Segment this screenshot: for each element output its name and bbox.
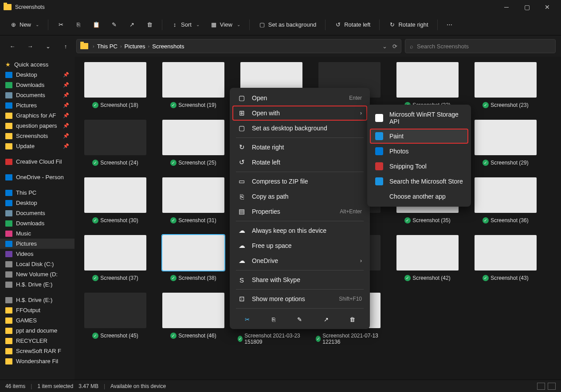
pin-icon: 📌 [63,123,69,129]
context-menu-item[interactable]: ↻Rotate right [232,140,367,155]
sidebar-item[interactable]: Music [0,228,75,239]
maximize-button[interactable]: ▢ [517,0,537,14]
file-item[interactable]: ✓Screenshot (31) [160,177,227,223]
submenu-item[interactable]: Snipping Tool [370,159,468,174]
sidebar-item[interactable]: Downloads📌 [0,80,75,90]
file-item[interactable]: ✓Screenshot (30) [82,177,149,223]
file-item[interactable]: ✓Screenshot (37) [82,235,149,281]
sidebar-item[interactable]: Documents [0,208,75,218]
rotate-right-icon: ↻ [388,21,396,28]
rename-icon[interactable]: ✎ [295,315,304,324]
sidebar-item[interactable]: RECYCLER [0,336,75,346]
file-item[interactable]: ✓Screenshot (43) [472,235,539,281]
sort-button[interactable]: ↕ Sort ⌄ [167,19,204,31]
sidebar-item[interactable]: H.$. Drive (E:) [0,295,75,305]
breadcrumb-screenshots[interactable]: Screenshots [152,43,184,50]
cut-button[interactable]: ✂ [53,19,69,31]
sidebar-item[interactable]: ppt and docume [0,325,75,336]
close-button[interactable]: ✕ [537,0,557,14]
recent-button[interactable]: ⌄ [41,39,55,53]
breadcrumb-thispc[interactable]: This PC [97,43,118,50]
file-item[interactable]: ✓Screenshot (25) [160,120,227,166]
file-item[interactable]: ✓Screenshot (22) [394,62,461,108]
file-item[interactable]: ✓Screenshot (18) [82,62,149,108]
sidebar-item[interactable]: question papers📌 [0,121,75,131]
delete-button[interactable]: 🗑 [141,19,157,31]
sidebar-item[interactable]: H.$. Drive (E:) [0,279,75,290]
sidebar-item[interactable]: Update📌 [0,141,75,151]
sidebar-item[interactable]: Pictures📌 [0,100,75,110]
context-menu-item[interactable]: ▤PropertiesAlt+Enter [232,204,367,219]
sidebar-item[interactable]: Screenshots📌 [0,131,75,141]
sidebar-item[interactable]: ScrewSoft RAR F [0,346,75,356]
file-item[interactable]: ✓Screenshot (19) [160,62,227,108]
context-menu-item[interactable]: ⊞Open with› [232,106,367,121]
context-menu-item[interactable]: ☁OneDrive› [232,253,367,268]
submenu-item[interactable]: Search the Microsoft Store [370,174,468,189]
share-button[interactable]: ↗ [124,19,140,31]
sidebar-item[interactable]: Local Disk (C:) [0,259,75,269]
forward-button[interactable]: → [23,39,37,53]
copy-button[interactable]: ⎘ [71,19,86,31]
sidebar-item[interactable]: GAMES [0,315,75,325]
rename-button[interactable]: ✎ [106,19,122,31]
file-item[interactable]: ✓Screenshot (29) [472,120,539,166]
context-menu-item[interactable]: ☁Always keep on this device [232,223,367,238]
sidebar-item[interactable]: Desktop📌 [0,70,75,80]
sidebar-item[interactable]: Documents📌 [0,90,75,100]
sidebar-item[interactable]: FFOutput [0,305,75,315]
file-item[interactable]: ✓Screenshot (23) [472,62,539,108]
sidebar-item[interactable]: New Volume (D: [0,269,75,279]
rotate-right-button[interactable]: ↻ Rotate right [384,19,432,31]
file-item[interactable]: ✓Screenshot (45) [82,293,149,345]
share-icon: ↗ [128,21,135,28]
context-menu-item[interactable]: ▭Compress to ZIP file [232,174,367,189]
context-menu-item[interactable]: ⊡Show more optionsShift+F10 [232,291,367,306]
sidebar-item[interactable]: OneDrive - Person [0,172,75,182]
context-menu-item[interactable]: ⎘Copy as path [232,189,367,204]
chevron-down-icon[interactable]: ⌄ [382,43,387,50]
file-item[interactable]: ✓Screenshot (46) [160,293,227,345]
more-button[interactable]: ⋯ [442,19,457,31]
refresh-icon[interactable]: ⟳ [392,43,397,50]
context-menu-item[interactable]: ↺Rotate left [232,155,367,170]
new-button[interactable]: ⊕ New ⌄ [5,19,43,31]
breadcrumb[interactable]: › This PC › Pictures › Screenshots ⌄ ⟳ [76,39,401,53]
file-item[interactable]: ✓Screenshot (36) [472,177,539,223]
submenu-item[interactable]: Photos [370,144,468,159]
sidebar-item[interactable]: Downloads [0,218,75,228]
context-menu-item[interactable]: ▢OpenEnter [232,90,367,106]
rotate-left-button[interactable]: ↺ Rotate left [330,19,375,31]
up-button[interactable]: ↑ [59,39,73,53]
back-button[interactable]: ← [5,39,20,53]
context-menu-item[interactable]: ☁Free up space [232,238,367,253]
file-item[interactable]: ✓Screenshot (42) [394,235,461,281]
submenu-item[interactable]: Choose another app [370,189,468,204]
sidebar-item[interactable]: Graphics for AF📌 [0,110,75,121]
file-item[interactable]: ✓Screenshot (24) [82,120,149,166]
sidebar-item[interactable]: Videos [0,249,75,259]
sidebar-item[interactable]: Wondershare Fil [0,356,75,366]
minimize-button[interactable]: ─ [496,0,517,14]
share-icon[interactable]: ↗ [322,315,330,324]
set-background-button[interactable]: ▢ Set as background [254,19,321,31]
sidebar-quick-access[interactable]: ★Quick access [0,59,75,70]
view-button[interactable]: ▦ View ⌄ [206,19,245,31]
paste-button[interactable]: 📋 [88,19,104,31]
trash-icon[interactable]: 🗑 [348,315,357,324]
context-menu-item[interactable]: ▢Set as desktop background [232,121,367,136]
copy-icon[interactable]: ⎘ [269,315,278,324]
submenu-item[interactable]: Paint [370,129,468,144]
submenu-item[interactable]: Microsoft WinRT Storage API [370,107,468,129]
sidebar-item[interactable]: Pictures [0,239,75,249]
sidebar-item[interactable]: Creative Cloud Fil [0,157,75,167]
breadcrumb-pictures[interactable]: Pictures [125,43,145,50]
sidebar-item[interactable]: This PC [0,188,75,198]
file-item[interactable]: ✓Screenshot (38) [160,235,227,281]
search-input[interactable]: ⌕ Search Screenshots [405,39,556,53]
context-menu-item[interactable]: SShare with Skype [232,272,367,287]
cut-icon[interactable]: ✂ [243,315,252,324]
sidebar-item[interactable]: Desktop [0,198,75,208]
thumbnails-view-button[interactable] [548,383,556,390]
details-view-button[interactable] [537,383,545,390]
